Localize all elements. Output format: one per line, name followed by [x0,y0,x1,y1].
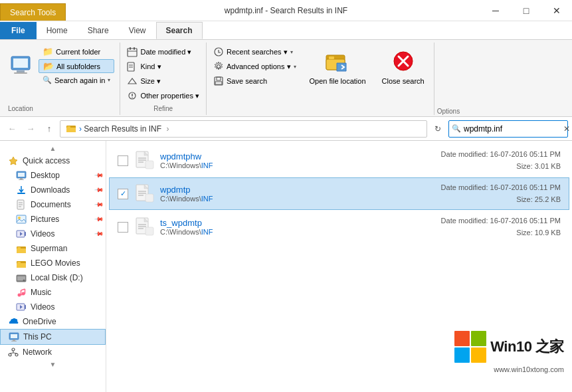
date-modified-button[interactable]: Date modified ▾ [124,45,202,58]
svg-line-69 [10,353,13,353]
sidebar-item-downloads[interactable]: Downloads 📌 [0,183,106,197]
search-again-button[interactable]: 🔍 Search again in ▾ [39,74,114,86]
maximize-button[interactable]: □ [511,0,541,21]
svg-line-70 [13,353,17,353]
desktop-pin-icon: 📌 [94,171,104,181]
advanced-options-button[interactable]: Advanced options ▾ ▾ [211,60,299,73]
tab-search[interactable]: Search [156,22,203,39]
videos-pinned-icon [16,229,27,239]
svg-rect-63 [13,340,15,341]
open-file-location-button[interactable]: Open file location [304,45,371,88]
file-path-wpdmtp: C:\Windows\INF [160,195,436,203]
folder-icon: 📁 [43,47,53,56]
file-checkbox-ts-wpdmtp[interactable] [118,222,128,233]
sidebar-item-quick-access[interactable]: Quick access [0,153,106,168]
tab-file[interactable]: File [0,22,37,39]
save-search-button[interactable]: Save search [211,74,299,88]
search-box[interactable]: 🔍 wpdmtp.inf ✕ [448,120,568,138]
videos-pinned-pin-icon: 📌 [94,229,104,239]
address-path[interactable]: › Search Results in INF › [60,120,427,138]
address-bar: ← → ↑ › Search Results in INF › ↻ 🔍 wpdm… [0,117,572,141]
options-group-label: Options [437,105,460,115]
forward-button[interactable]: → [23,121,39,137]
sidebar-item-pictures[interactable]: Pictures 📌 [0,212,106,227]
svg-rect-21 [329,56,334,59]
sidebar-item-music[interactable]: Music [0,285,106,300]
breadcrumb: › Search Results in INF › [79,124,169,134]
sidebar-item-local-disk[interactable]: Local Disk (D:) [0,270,106,285]
svg-rect-42 [25,232,26,236]
file-item-wpdmtphw[interactable]: wpdmtphw C:\Windows\INF Date modified: 1… [109,144,569,177]
lego-label: LEGO Movies [31,258,80,268]
svg-line-57 [21,289,25,290]
all-subfolders-button[interactable]: 📂 All subfolders [39,59,114,73]
location-group-label: Location [8,102,33,112]
ribbon-group-location: 📁 Current folder 📂 All subfolders 🔍 Sear… [3,43,120,115]
recent-searches-button[interactable]: Recent searches ▾ ▾ [211,45,299,58]
file-checkbox-wpdmtphw[interactable] [118,155,128,166]
open-file-location-icon [324,48,351,74]
file-info-ts-wpdmtp: ts_wpdmtp C:\Windows\INF [160,218,436,236]
main-content: ▲ Quick access Desktop 📌 Downloads 📌 [0,141,572,392]
file-info-wpdmtphw: wpdmtphw C:\Windows\INF [160,151,436,169]
refresh-button[interactable]: ↻ [430,121,446,137]
sidebar-item-documents[interactable]: Documents 📌 [0,197,106,212]
title-tab-search-tools[interactable]: Search Tools [0,3,66,21]
sidebar-item-videos-pinned[interactable]: Videos 📌 [0,227,106,241]
file-checkbox-wpdmtp[interactable]: ✓ [118,189,128,199]
file-path-wpdmtphw: C:\Windows\INF [160,161,436,169]
search-again-icon: 🔍 [43,76,52,84]
file-info-wpdmtp: wpdmtp C:\Windows\INF [160,185,436,203]
up-button[interactable]: ↑ [41,121,57,137]
back-button[interactable]: ← [4,121,20,137]
tab-share[interactable]: Share [78,22,119,39]
sidebar-item-superman[interactable]: Superman [0,241,106,256]
file-list: wpdmtphw C:\Windows\INF Date modified: 1… [106,141,572,392]
tab-home[interactable]: Home [37,22,78,39]
onedrive-icon [8,316,19,327]
size-button[interactable]: Size ▾ [124,74,202,88]
svg-rect-27 [67,126,70,128]
svg-rect-6 [134,47,135,50]
sidebar-scroll-down[interactable]: ▼ [0,359,106,369]
sidebar-item-this-pc[interactable]: This PC [0,329,106,345]
file-item-ts-wpdmtp[interactable]: ts_wpdmtp C:\Windows\INF Date modified: … [109,211,569,243]
advanced-dropdown-icon: ▾ [294,64,296,70]
local-disk-icon [16,272,27,283]
current-folder-button[interactable]: 📁 Current folder [39,45,114,58]
calendar-icon [127,47,138,57]
close-search-button[interactable]: Close search [377,45,430,88]
other-properties-button[interactable]: Other properties ▾ [124,89,202,102]
file-item-wpdmtp[interactable]: ✓ wpdmtp C:\Windows\INF Date modified: 1… [109,177,569,210]
file-path-ts-wpdmtp: C:\Windows\INF [160,228,436,236]
minimize-button[interactable]: ─ [480,0,511,21]
sidebar-item-network[interactable]: Network [0,345,106,359]
search-clear-icon[interactable]: ✕ [563,124,570,134]
quick-access-icon [8,155,19,166]
close-button[interactable]: ✕ [541,0,572,21]
svg-rect-5 [130,47,131,50]
file-icon-wpdmtp [134,183,155,205]
kind-button[interactable]: Kind ▾ [124,60,202,73]
sidebar-scroll-up[interactable]: ▲ [0,144,106,153]
search-input[interactable]: wpdmtp.inf [464,124,563,134]
svg-rect-18 [215,82,222,84]
sidebar-item-videos[interactable]: Videos [0,300,106,314]
pictures-label: Pictures [31,215,59,224]
tab-view[interactable]: View [119,22,156,39]
file-name-ts-wpdmtp: ts_wpdmtp [160,218,436,228]
sidebar-item-lego[interactable]: LEGO Movies [0,256,106,270]
sidebar-item-onedrive[interactable]: OneDrive [0,314,106,329]
title-bar: Search Tools wpdmtp.inf - Search Results… [0,0,572,21]
svg-rect-1 [13,58,28,68]
refine-group-label: Refine [124,102,202,112]
svg-rect-45 [17,247,21,248]
sidebar-item-desktop[interactable]: Desktop 📌 [0,168,106,183]
this-pc-large-icon [8,52,35,79]
search-box-icon: 🔍 [452,124,461,133]
documents-pin-icon: 📌 [94,200,104,210]
kind-icon [127,61,138,72]
svg-marker-28 [9,157,17,165]
svg-rect-47 [17,263,26,268]
svg-rect-48 [17,262,21,263]
